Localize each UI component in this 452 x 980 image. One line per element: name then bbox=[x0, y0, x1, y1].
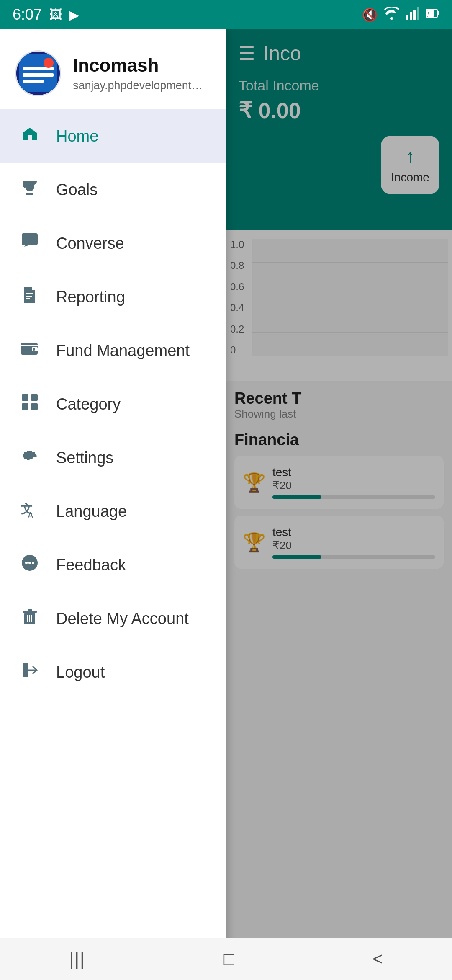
svg-text:A: A bbox=[28, 511, 33, 519]
sidebar-item-converse[interactable]: Converse bbox=[0, 217, 226, 270]
photo-icon: 🖼 bbox=[49, 8, 62, 22]
drawer: Incomash sanjay.phpdevelopment@g... Home bbox=[0, 29, 226, 980]
bottom-nav: ||| □ < bbox=[0, 938, 452, 980]
sidebar-item-category-label: Category bbox=[56, 395, 121, 413]
svg-rect-3 bbox=[417, 7, 419, 20]
sidebar-item-language[interactable]: 文 A Language bbox=[0, 485, 226, 538]
svg-text:!: ! bbox=[427, 11, 429, 17]
logout-icon bbox=[18, 660, 41, 684]
svg-rect-11 bbox=[23, 80, 44, 83]
sidebar-item-language-label: Language bbox=[56, 503, 127, 521]
sidebar-item-converse-label: Converse bbox=[56, 235, 124, 253]
sidebar-item-home-label: Home bbox=[56, 127, 98, 145]
avatar-inner bbox=[16, 52, 60, 95]
status-bar: 6:07 🖼 ▶ 🔇 ! bbox=[0, 0, 452, 29]
trash-icon bbox=[18, 607, 41, 630]
status-bar-right: 🔇 ! bbox=[362, 7, 439, 23]
sidebar-item-home[interactable]: Home bbox=[0, 109, 226, 163]
grid-icon bbox=[18, 392, 41, 416]
avatar bbox=[15, 50, 61, 96]
status-bar-left: 6:07 🖼 ▶ bbox=[13, 6, 79, 23]
main-content: ☰ Inco Total Income ₹ 0.00 ↑ Income 1.0 … bbox=[0, 29, 452, 980]
svg-point-25 bbox=[28, 562, 31, 564]
wallet-icon bbox=[18, 339, 41, 362]
recent-apps-button[interactable]: ||| bbox=[69, 949, 85, 969]
sidebar-item-goals[interactable]: Goals bbox=[0, 163, 226, 217]
battery-icon: ! bbox=[426, 7, 439, 23]
drawer-overlay[interactable] bbox=[226, 29, 452, 980]
svg-rect-5 bbox=[437, 11, 439, 15]
svg-rect-13 bbox=[22, 233, 38, 245]
svg-point-24 bbox=[25, 562, 28, 564]
svg-rect-20 bbox=[31, 403, 38, 410]
signal-icon bbox=[406, 7, 419, 23]
sidebar-item-delete-account-label: Delete My Account bbox=[56, 610, 189, 628]
svg-rect-2 bbox=[413, 10, 416, 20]
sidebar-item-settings[interactable]: Settings bbox=[0, 431, 226, 485]
svg-point-26 bbox=[32, 562, 34, 564]
wifi-icon bbox=[384, 7, 399, 23]
svg-rect-0 bbox=[406, 15, 408, 20]
file-icon bbox=[18, 285, 41, 309]
svg-rect-1 bbox=[410, 12, 412, 20]
sidebar-item-reporting-label: Reporting bbox=[56, 288, 125, 306]
sidebar-item-fund-management[interactable]: Fund Management bbox=[0, 324, 226, 377]
home-icon bbox=[18, 124, 41, 148]
sidebar-item-reporting[interactable]: Reporting bbox=[0, 270, 226, 324]
home-button[interactable]: □ bbox=[223, 949, 234, 969]
drawer-user-info: Incomash sanjay.phpdevelopment@g... bbox=[73, 55, 211, 92]
svg-point-16 bbox=[33, 348, 35, 351]
svg-rect-17 bbox=[22, 394, 28, 401]
play-icon: ▶ bbox=[69, 8, 79, 22]
translate-icon: 文 A bbox=[18, 500, 41, 523]
svg-rect-28 bbox=[23, 611, 37, 613]
trophy-nav-icon bbox=[18, 178, 41, 201]
sidebar-item-goals-label: Goals bbox=[56, 181, 98, 199]
sidebar-item-category[interactable]: Category bbox=[0, 377, 226, 431]
chat-icon bbox=[18, 232, 41, 255]
drawer-email: sanjay.phpdevelopment@g... bbox=[73, 79, 211, 92]
mute-icon: 🔇 bbox=[362, 8, 378, 22]
sidebar-item-fund-management-label: Fund Management bbox=[56, 342, 190, 360]
back-button[interactable]: < bbox=[372, 949, 383, 969]
sidebar-item-logout-label: Logout bbox=[56, 663, 105, 681]
drawer-username: Incomash bbox=[73, 55, 211, 76]
drawer-nav: Home Goals Converse bbox=[0, 109, 226, 980]
status-time: 6:07 bbox=[13, 6, 42, 23]
sidebar-item-settings-label: Settings bbox=[56, 449, 113, 467]
sidebar-item-feedback-label: Feedback bbox=[56, 556, 126, 574]
sidebar-item-delete-account[interactable]: Delete My Account bbox=[0, 592, 226, 645]
drawer-header: Incomash sanjay.phpdevelopment@g... bbox=[0, 29, 226, 109]
svg-rect-18 bbox=[31, 394, 38, 401]
svg-rect-29 bbox=[28, 609, 32, 611]
sidebar-item-logout[interactable]: Logout bbox=[0, 645, 226, 699]
gear-icon bbox=[18, 446, 41, 469]
feedback-icon bbox=[18, 553, 41, 577]
svg-rect-10 bbox=[23, 73, 54, 77]
svg-rect-19 bbox=[22, 403, 28, 410]
sidebar-item-feedback[interactable]: Feedback bbox=[0, 538, 226, 592]
svg-point-12 bbox=[44, 58, 54, 68]
avatar-logo bbox=[19, 54, 57, 92]
